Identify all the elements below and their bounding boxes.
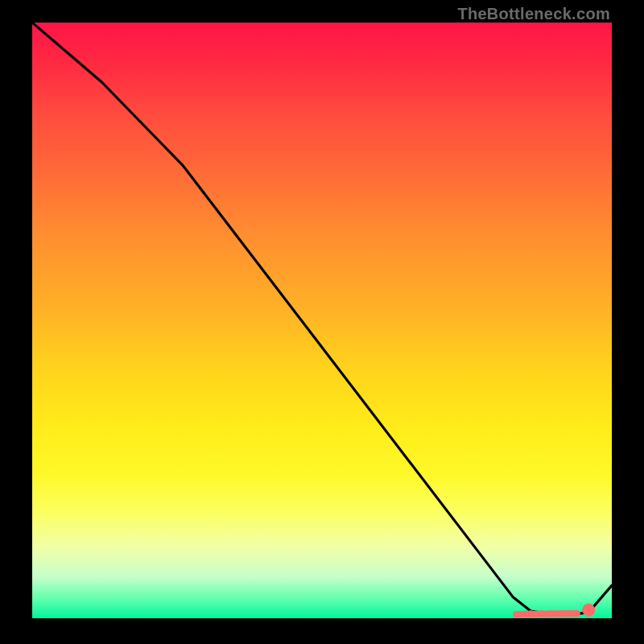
chart-overlay <box>32 23 612 618</box>
watermark: TheBottleneck.com <box>457 5 610 23</box>
chart-frame: TheBottleneck.com <box>0 0 644 644</box>
svg-point-1 <box>539 610 546 617</box>
svg-point-3 <box>556 610 563 617</box>
svg-point-2 <box>548 610 555 617</box>
svg-point-4 <box>563 610 569 617</box>
svg-point-5 <box>571 610 577 617</box>
marker-big-dot <box>583 604 595 616</box>
svg-point-0 <box>527 610 534 617</box>
chart-line <box>32 23 612 615</box>
